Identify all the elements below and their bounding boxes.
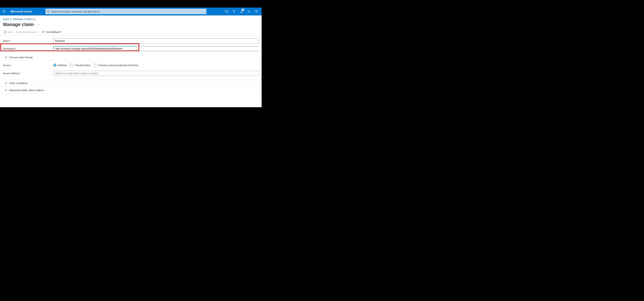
page-title: Manage claim (3, 22, 34, 27)
search-box[interactable] (46, 9, 206, 14)
source-label: Source * (3, 64, 53, 67)
save-label: Save (8, 31, 13, 33)
radio-attribute[interactable]: Attribute (53, 64, 66, 67)
namespace-input[interactable] (53, 46, 136, 51)
claim-conditions-label: Claim conditions (9, 82, 28, 85)
namespace-label: Namespace (3, 47, 53, 50)
svg-point-3 (47, 11, 49, 12)
letterbox-top (0, 0, 262, 8)
source-attribute-input[interactable] (53, 71, 258, 76)
radio-directory-schema[interactable]: Directory schema extension (Preview) (94, 64, 138, 67)
svg-rect-12 (4, 32, 6, 33)
page-title-row: Manage claim ··· (0, 21, 262, 31)
advanced-saml-label: Advanced SAML claims options (9, 89, 44, 92)
chevron-down-icon (3, 89, 7, 91)
more-actions-button[interactable]: ··· (36, 23, 40, 26)
input-extension (136, 46, 258, 51)
cloud-shell-icon (225, 10, 228, 13)
app-container: Microsoft Azure (0, 8, 262, 107)
filter-icon (232, 10, 236, 13)
help-icon (255, 10, 258, 13)
svg-point-7 (248, 11, 250, 12)
required-asterisk: * (11, 64, 12, 67)
source-attribute-label-text: Source attribute (3, 72, 20, 75)
gear-icon (247, 10, 250, 13)
notifications-button[interactable]: 6 (238, 8, 245, 16)
choose-name-format-label: Choose name format (9, 56, 32, 59)
breadcrumb-home[interactable]: Home (3, 18, 9, 21)
search-icon (47, 10, 50, 13)
name-label-text: Name (3, 40, 9, 42)
toolbar-separator (39, 31, 40, 34)
discard-label: Discard changes (19, 31, 36, 33)
chevron-down-icon (3, 82, 7, 84)
radio-transformation[interactable]: Transformation (70, 64, 90, 67)
svg-line-4 (49, 12, 50, 13)
breadcrumb: Home ❯ Attributes & Claims ❯ (0, 16, 262, 21)
feedback-icon (42, 31, 45, 33)
directory-filter-button[interactable] (230, 8, 238, 16)
svg-rect-2 (2, 13, 6, 13)
bottom-spacer (0, 94, 262, 107)
source-label-text: Source (3, 64, 10, 67)
hamburger-icon (2, 11, 6, 13)
claim-conditions-expander[interactable]: Claim conditions (0, 80, 262, 87)
svg-rect-5 (226, 10, 228, 13)
source-row: Source * Attribute Transformation Direct… (0, 61, 262, 70)
source-attribute-label: Source attribute * (3, 72, 53, 75)
source-radio-group: Attribute Transformation Directory schem… (53, 64, 258, 67)
source-attribute-row: Source attribute * (0, 70, 262, 77)
settings-button[interactable] (245, 8, 252, 16)
radio-attribute-label: Attribute (58, 64, 66, 67)
required-asterisk: * (10, 40, 11, 42)
close-icon (16, 31, 18, 33)
feedback-button[interactable]: Got feedback? (42, 31, 62, 33)
save-icon (4, 31, 7, 33)
name-label: Name * (3, 40, 53, 42)
topbar-icons: 6 (223, 8, 262, 16)
hamburger-menu[interactable] (0, 11, 8, 13)
svg-point-9 (256, 12, 256, 13)
discard-button[interactable]: Discard changes (16, 31, 36, 33)
required-asterisk: * (20, 72, 22, 75)
radio-transformation-label: Transformation (75, 64, 90, 67)
save-button[interactable]: Save (4, 31, 13, 33)
svg-point-15 (42, 31, 44, 32)
radio-directory-label: Directory schema extension (Preview) (99, 64, 138, 67)
breadcrumb-attributes-claims[interactable]: Attributes & Claims (13, 18, 33, 21)
topbar: Microsoft Azure (0, 8, 262, 16)
namespace-row: Namespace (0, 45, 262, 53)
svg-rect-0 (2, 11, 6, 11)
chevron-down-icon (3, 57, 7, 58)
chevron-right-icon: ❯ (10, 18, 12, 20)
search-input[interactable] (51, 10, 205, 13)
choose-name-format-expander[interactable]: Choose name format (0, 54, 262, 61)
chevron-right-icon: ❯ (34, 18, 36, 20)
advanced-saml-expander[interactable]: Advanced SAML claims options (0, 87, 262, 94)
name-input[interactable] (53, 39, 258, 44)
name-row: Name * (0, 37, 262, 45)
svg-rect-1 (2, 12, 6, 12)
help-button[interactable] (252, 8, 260, 16)
brand-label[interactable]: Microsoft Azure (8, 10, 46, 13)
svg-rect-11 (5, 31, 6, 32)
toolbar: Save Discard changes Got feedback? (0, 31, 262, 35)
notification-badge: 6 (242, 9, 244, 11)
feedback-label: Got feedback? (46, 31, 62, 33)
cloud-shell-button[interactable] (223, 8, 230, 16)
letterbox-bottom (0, 107, 262, 115)
form: Name * Namespace Choose name format Sour… (0, 35, 262, 94)
